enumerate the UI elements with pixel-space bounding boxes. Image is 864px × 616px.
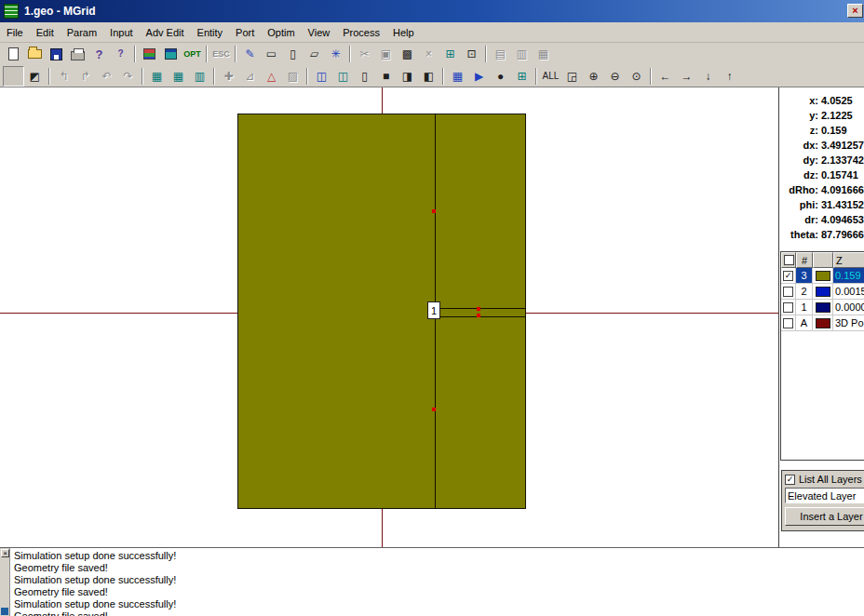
dot-display-button[interactable]: ● (490, 66, 511, 87)
layer-z-value: 3D Po (833, 315, 864, 331)
titlebar[interactable]: 1.geo - MGrid × (0, 0, 864, 22)
display-options-button[interactable]: ✳ (325, 44, 346, 64)
paste-button[interactable]: ▩ (397, 44, 418, 64)
layout-canvas[interactable]: 1 (0, 87, 778, 547)
layer-color-swatch (816, 287, 830, 297)
capture-button[interactable]: ⊡ (461, 44, 482, 64)
coord-row: phi:31.4315201 (779, 197, 864, 212)
layer-row-a[interactable]: A 3D Po (781, 315, 864, 331)
log-close-button[interactable]: × (1, 549, 9, 557)
insert-layer-button[interactable]: Insert a Layer (785, 507, 864, 526)
coord-row: y:2.1225 (779, 108, 864, 123)
layer-z-value: 0.0015 (833, 284, 864, 300)
coord-row: dr:4.0946532 (779, 212, 864, 227)
esc-icon: ESC (212, 50, 230, 59)
draw-polygon-button[interactable]: ✎ (239, 44, 261, 64)
pan-down-button[interactable]: ↓ (697, 66, 719, 87)
log-lines[interactable]: Simulation setup done successfully! Geom… (10, 548, 864, 616)
close-icon: × (852, 6, 857, 16)
zoom-in-button[interactable]: ⊕ (583, 66, 604, 87)
layer-row-2[interactable]: 2 0.0015 (781, 284, 864, 300)
save-file-button[interactable] (46, 44, 67, 64)
basic-params-button[interactable] (160, 44, 182, 64)
zoom-out-button[interactable]: ⊖ (604, 66, 626, 87)
layer-row-1[interactable]: 1 0.0000 (781, 300, 864, 315)
coord-row: theta:87.7966675 (779, 227, 864, 242)
layer-z-value: 0.159 (833, 268, 864, 284)
run-simulation-button[interactable]: ▶ (468, 66, 490, 87)
zoom-all-button[interactable]: ALL (540, 66, 561, 87)
layer-visible-checkbox[interactable]: ✓ (783, 271, 793, 281)
box-vertical-button[interactable]: ◧ (418, 66, 439, 87)
menu-help[interactable]: Help (386, 24, 421, 41)
menu-edit[interactable]: Edit (30, 24, 61, 41)
menu-entity[interactable]: Entity (191, 24, 230, 41)
log-corner-icon (1, 608, 8, 615)
toolbar-separator (442, 68, 444, 85)
layer-visible-checkbox[interactable] (783, 318, 793, 328)
mesh-view-button-2[interactable]: ▦ (168, 66, 189, 87)
merge-polygons-button[interactable]: ⊞ (439, 44, 461, 64)
log-line: Simulation setup done successfully! (14, 574, 864, 586)
menu-param[interactable]: Param (61, 24, 103, 41)
port-1-label[interactable]: 1 (427, 301, 440, 319)
menu-adv-edit[interactable]: Adv Edit (140, 24, 191, 41)
align-stack-icon: ▤ (495, 48, 506, 60)
zoom-previous-button[interactable]: ⊙ (626, 66, 647, 87)
layer-check-all-checkbox[interactable] (784, 255, 794, 265)
pan-up-button[interactable]: ↑ (719, 66, 740, 87)
select-group-button[interactable]: ▱ (304, 44, 325, 64)
help-button[interactable]: ? (88, 44, 110, 64)
toolbar-separator (134, 46, 136, 62)
menu-file[interactable]: File (0, 24, 30, 41)
box-horizontal-button[interactable]: ◨ (397, 66, 418, 87)
layer-row-3[interactable]: ✓ 3 0.159 (781, 268, 864, 284)
mesh-grid-icon: ▦ (152, 71, 162, 82)
coord-value: 2.13374299 (821, 154, 864, 166)
elevated-layer-field[interactable]: Elevated Layer (785, 488, 864, 503)
print-button[interactable] (67, 44, 88, 64)
close-button[interactable]: × (847, 4, 863, 18)
zoom-window-button[interactable]: ◲ (561, 66, 583, 87)
grid-window-button[interactable]: ⊞ (511, 66, 533, 87)
layer-visible-checkbox[interactable] (783, 287, 793, 297)
menu-process[interactable]: Process (336, 24, 386, 41)
mesh-view-button-3[interactable]: ▥ (189, 66, 210, 87)
end-cap-button[interactable]: ■ (375, 66, 397, 87)
output-log-panel: × Simulation setup done successfully! Ge… (0, 547, 864, 616)
coord-label: dy: (779, 154, 818, 166)
black-square-icon: ■ (383, 71, 389, 82)
port-properties-button[interactable]: ◫ (332, 66, 354, 87)
menu-optim[interactable]: Optim (261, 24, 301, 41)
layer-table-header: # Z (781, 252, 864, 268)
define-port-button[interactable]: ◫ (311, 66, 332, 87)
coord-row: dx:3.49125700 (779, 138, 864, 153)
select-mode-button[interactable]: ◩ (24, 66, 46, 87)
context-help-button[interactable]: ? (110, 44, 131, 64)
pan-right-button[interactable]: → (676, 66, 697, 87)
list-all-layers-checkbox[interactable]: ✓ (785, 475, 795, 485)
pan-left-button[interactable]: ← (655, 66, 676, 87)
menu-view[interactable]: View (302, 24, 337, 41)
coord-label: dz: (779, 169, 818, 181)
layer-visible-checkbox[interactable] (783, 302, 793, 313)
escape-button: ESC (210, 44, 232, 64)
optimization-button[interactable]: OPT (182, 44, 203, 64)
grid-table-button[interactable]: ▦ (447, 66, 468, 87)
mesh-view-button-1[interactable]: ▦ (146, 66, 168, 87)
log-line: Simulation setup done successfully! (14, 550, 864, 562)
layer-colors-button[interactable] (139, 44, 160, 64)
blank-mode-button[interactable] (3, 66, 24, 87)
menu-port[interactable]: Port (229, 24, 261, 41)
open-file-button[interactable] (24, 44, 46, 64)
toolbar-separator (306, 68, 308, 85)
coord-row: z:0.159 (779, 123, 864, 138)
menu-input[interactable]: Input (103, 24, 139, 41)
select-vertices-button[interactable]: ▯ (282, 44, 304, 64)
vertex-marker (432, 209, 436, 213)
snowflake-icon: ✳ (331, 48, 340, 60)
select-polygon-button[interactable]: ▭ (261, 44, 282, 64)
port-extension-button[interactable]: ▯ (354, 66, 375, 87)
coord-label: dRho: (779, 184, 818, 195)
new-file-button[interactable] (3, 44, 24, 64)
